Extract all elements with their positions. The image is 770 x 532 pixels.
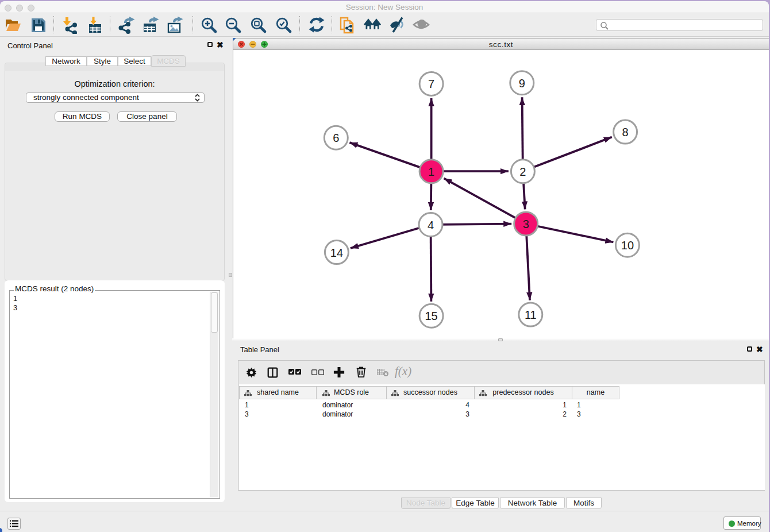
svg-text:7: 7 [428,78,434,90]
svg-text:9: 9 [519,77,525,90]
svg-text:15: 15 [425,310,437,322]
svg-text:10: 10 [621,239,634,252]
svg-text:2: 2 [519,165,526,178]
svg-text:3: 3 [523,218,529,230]
svg-text:11: 11 [525,309,537,321]
svg-text:14: 14 [330,246,343,259]
svg-text:4: 4 [428,219,434,232]
svg-text:6: 6 [333,132,339,144]
svg-text:8: 8 [622,126,629,138]
svg-text:1: 1 [428,165,434,178]
